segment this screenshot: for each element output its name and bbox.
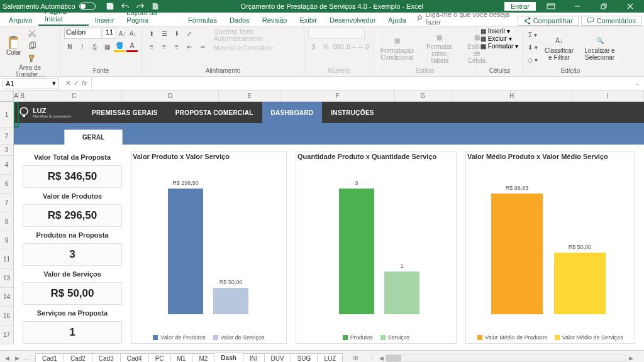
scroll-right-icon[interactable]: ▶ xyxy=(626,354,635,363)
currency-icon[interactable]: $ xyxy=(308,41,319,52)
align-right-icon[interactable]: ≡ xyxy=(171,41,182,52)
find-button[interactable]: 🔍 Localizar e Selecionar xyxy=(580,33,619,62)
col-header[interactable]: G xyxy=(395,90,452,101)
merge-button[interactable]: Mesclar e Centralizar xyxy=(214,45,300,52)
row-header[interactable]: 4 xyxy=(0,156,14,175)
select-all-corner[interactable] xyxy=(0,90,14,101)
sheet-tab[interactable]: M1 xyxy=(170,353,193,363)
menu-arquivo[interactable]: Arquivo xyxy=(3,14,38,26)
row-header[interactable]: 16 xyxy=(0,307,14,326)
fill-color-button[interactable]: 🪣 xyxy=(114,41,125,52)
formula-input[interactable] xyxy=(91,78,631,89)
sheet-tab[interactable]: Cad1 xyxy=(35,353,64,363)
row-header[interactable]: 2 xyxy=(0,128,14,145)
sheet-tab[interactable]: SUG xyxy=(291,353,318,363)
col-header[interactable]: I xyxy=(572,90,644,101)
underline-button[interactable]: S xyxy=(89,41,101,52)
format-painter-icon[interactable] xyxy=(26,53,38,64)
close-icon[interactable] xyxy=(619,0,641,13)
row-header[interactable]: 11 xyxy=(0,250,14,269)
cancel-formula-icon[interactable]: ✕ xyxy=(65,79,71,87)
worksheet[interactable]: LUZ Planilhas Empresariais PREMISSAS GER… xyxy=(14,102,644,350)
number-format-select[interactable] xyxy=(308,28,365,39)
border-button[interactable]: ▦ xyxy=(101,41,113,52)
sheet-tab[interactable]: LUZ xyxy=(317,353,343,363)
expand-formula-icon[interactable]: ⌄ xyxy=(631,79,644,87)
percent-icon[interactable]: % xyxy=(321,41,332,52)
col-header[interactable]: E xyxy=(219,90,280,101)
sort-filter-button[interactable]: A↓ Classificar e Filtrar xyxy=(541,33,577,62)
tab-prev-icon[interactable]: ◀ xyxy=(3,354,11,363)
tell-me-search[interactable]: Diga-me o que você deseja fazer xyxy=(416,11,518,26)
col-header[interactable]: F xyxy=(280,90,395,101)
row-header[interactable]: 1 xyxy=(0,102,14,128)
align-left-icon[interactable]: ≡ xyxy=(146,41,157,52)
menu-formulas[interactable]: Fórmulas xyxy=(182,14,223,26)
increase-decimal-icon[interactable]: .0→ xyxy=(345,41,357,52)
horizontal-scrollbar[interactable]: ⋮ ◀ ▶ xyxy=(367,354,635,363)
col-header[interactable]: B xyxy=(19,90,26,101)
menu-inserir[interactable]: Inserir xyxy=(89,14,121,26)
sheet-tab[interactable]: Cad4 xyxy=(120,353,149,363)
menu-dados[interactable]: Dados xyxy=(223,14,256,26)
align-top-icon[interactable]: ⬆ xyxy=(146,28,157,39)
col-header[interactable]: C xyxy=(26,90,122,101)
menu-ajuda[interactable]: Ajuda xyxy=(382,14,412,26)
wrap-text-button[interactable]: Quebrar Texto Automaticamente xyxy=(214,28,300,42)
save-icon[interactable] xyxy=(106,2,114,11)
ribbon-options-icon[interactable] xyxy=(540,0,562,13)
font-color-button[interactable]: A xyxy=(126,41,138,52)
redo-icon[interactable] xyxy=(136,2,145,11)
row-header[interactable]: 9 xyxy=(0,231,14,250)
row-header[interactable]: 6 xyxy=(0,175,14,194)
sheet-tab[interactable]: Cad3 xyxy=(92,353,121,363)
decrease-font-icon[interactable]: A↓ xyxy=(128,28,138,39)
decrease-decimal-icon[interactable]: ←.0 xyxy=(358,41,369,52)
col-header[interactable]: H xyxy=(452,90,572,101)
signin-button[interactable]: Entrar xyxy=(504,2,536,11)
comma-icon[interactable]: 000 xyxy=(333,41,344,52)
name-box[interactable]: A1 ▾ xyxy=(3,78,59,89)
add-sheet-icon[interactable]: ⊕ xyxy=(350,354,361,362)
decrease-indent-icon[interactable]: ⇤ xyxy=(184,41,195,52)
col-header[interactable]: A xyxy=(14,90,19,101)
cut-icon[interactable] xyxy=(26,28,38,39)
menu-revisao[interactable]: Revisão xyxy=(256,14,294,26)
nav-dashboard[interactable]: DASHBOARD xyxy=(262,102,323,123)
format-table-button[interactable]: ▦ Formatar como Tabela xyxy=(419,30,459,65)
minimize-icon[interactable] xyxy=(566,0,589,13)
font-name-select[interactable]: Calibri xyxy=(64,28,101,39)
increase-indent-icon[interactable]: ⇥ xyxy=(196,41,208,52)
row-header[interactable]: 17 xyxy=(0,326,14,344)
align-bottom-icon[interactable]: ⬇ xyxy=(171,28,182,39)
sheet-tab[interactable]: PC xyxy=(148,353,171,363)
menu-desenvolvedor[interactable]: Desenvolvedor xyxy=(323,14,382,26)
align-center-icon[interactable]: ≡ xyxy=(158,41,170,52)
tab-next-icon[interactable]: ▶ xyxy=(13,354,21,363)
nav-instrucoes[interactable]: INSTRUÇÕES xyxy=(322,102,383,123)
menu-exibir[interactable]: Exibir xyxy=(293,14,323,26)
font-size-select[interactable]: 11 xyxy=(103,28,116,39)
increase-font-icon[interactable]: A↑ xyxy=(118,28,127,39)
fill-icon[interactable]: ⬇ ▾ xyxy=(527,42,538,53)
sheet-tab[interactable]: DUV xyxy=(264,353,291,363)
row-header[interactable]: 8 xyxy=(0,212,14,231)
sheet-tab[interactable]: INI xyxy=(243,353,265,363)
row-header[interactable]: 14 xyxy=(0,288,14,307)
align-middle-icon[interactable]: ☰ xyxy=(158,28,170,39)
autosum-icon[interactable]: Σ ▾ xyxy=(527,30,538,41)
row-header[interactable]: 3 xyxy=(0,145,14,156)
sheet-tab[interactable]: M2 xyxy=(192,353,214,363)
maximize-icon[interactable] xyxy=(592,0,615,13)
sheet-tab[interactable]: Cad2 xyxy=(64,353,92,363)
row-header[interactable]: 13 xyxy=(0,269,14,288)
enter-formula-icon[interactable]: ✓ xyxy=(74,79,79,87)
scroll-left-icon[interactable]: ◀ xyxy=(377,354,386,363)
fx-icon[interactable]: fx xyxy=(82,79,87,87)
comments-button[interactable]: Comentários xyxy=(581,16,641,26)
paste-button[interactable]: Colar xyxy=(4,35,24,57)
split-handle[interactable]: ⋮ xyxy=(367,354,377,362)
sheet-tab-active[interactable]: Dash xyxy=(214,353,243,363)
orientation-icon[interactable]: ⤢ xyxy=(184,28,195,39)
touch-icon[interactable] xyxy=(151,2,160,11)
